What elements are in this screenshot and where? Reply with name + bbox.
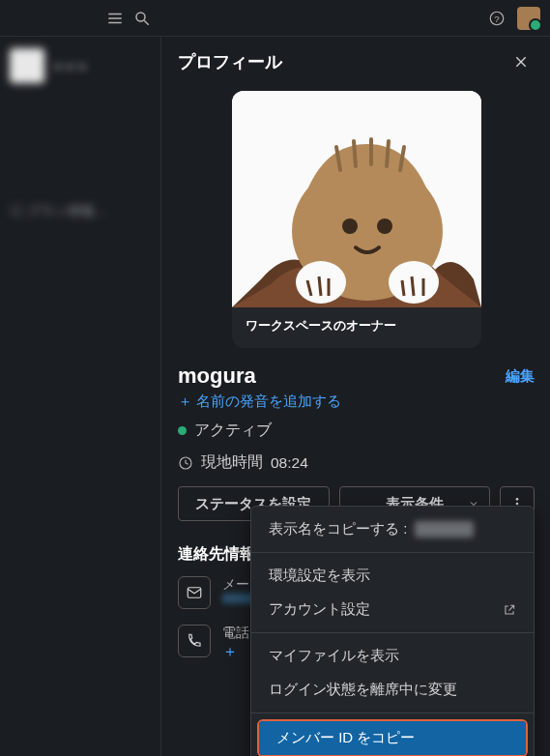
svg-point-14 xyxy=(516,503,519,506)
edit-link[interactable]: 編集 xyxy=(506,367,535,386)
menu-copy-member-id[interactable]: メンバー ID をコピー xyxy=(259,721,526,755)
svg-point-9 xyxy=(377,218,392,234)
menu-copy-display-name-label: 表示名をコピーする : xyxy=(269,520,407,538)
close-button[interactable] xyxy=(507,48,535,75)
phone-label: 電話 xyxy=(222,625,249,642)
display-name: mogura xyxy=(178,363,256,389)
svg-point-13 xyxy=(516,498,519,501)
phone-icon xyxy=(178,625,211,657)
highlighted-frame: メンバー ID をコピー xyxy=(257,719,528,756)
local-time-value: 08:24 xyxy=(271,454,308,472)
menu-account-settings-label: アカウント設定 xyxy=(269,600,370,619)
mogura-illustration xyxy=(232,91,481,307)
add-phone-link[interactable]: ＋ xyxy=(222,642,249,662)
menu-separator xyxy=(251,712,534,713)
add-pronunciation-link[interactable]: ＋ 名前の発音を追加する xyxy=(162,389,550,415)
svg-point-0 xyxy=(136,13,145,21)
sidebar-item[interactable]: ▧ プラン情報… xyxy=(0,191,160,232)
user-avatar-corner[interactable] xyxy=(517,7,540,30)
help-icon[interactable]: ? xyxy=(488,10,506,27)
avatar xyxy=(10,48,44,83)
menu-account-settings[interactable]: アカウント設定 xyxy=(251,593,534,626)
local-time-label: 現地時間 xyxy=(201,452,263,473)
avatar-card: ワークスペースのオーナー xyxy=(232,91,481,348)
sidebar-item-label: ● ● ● xyxy=(54,58,86,73)
sidebar-item[interactable]: ● ● ● xyxy=(0,37,160,95)
search-icon[interactable] xyxy=(133,10,151,27)
svg-point-8 xyxy=(342,218,358,234)
role-label: ワークスペースのオーナー xyxy=(232,307,481,336)
clock-icon xyxy=(178,455,193,471)
menu-my-files-label: マイファイルを表示 xyxy=(269,647,399,665)
sidebar-item-label: ▧ プラン情報… xyxy=(10,203,108,220)
svg-text:?: ? xyxy=(494,13,500,23)
menu-set-away-label: ログイン状態を離席中に変更 xyxy=(269,681,457,699)
presence-label: アクティブ xyxy=(194,421,272,441)
menu-copy-display-name[interactable]: 表示名をコピーする : name xyxy=(251,512,534,546)
menu-separator xyxy=(251,552,534,553)
pronunciation-label: 名前の発音を追加する xyxy=(196,393,341,411)
external-link-icon xyxy=(503,603,516,617)
menu-set-away[interactable]: ログイン状態を離席中に変更 xyxy=(251,673,534,707)
channel-sidebar: ● ● ● ▧ プラン情報… xyxy=(0,37,161,756)
plus-icon: ＋ xyxy=(178,393,192,411)
display-name-chip: name xyxy=(415,521,474,538)
panel-title: プロフィール xyxy=(178,50,282,73)
menu-separator xyxy=(251,632,534,633)
email-icon xyxy=(178,576,211,609)
presence-dot xyxy=(178,426,187,435)
svg-line-1 xyxy=(144,20,149,25)
menu-show-prefs[interactable]: 環境設定を表示 xyxy=(251,559,534,593)
menu-my-files[interactable]: マイファイルを表示 xyxy=(251,639,534,673)
menu-copy-member-id-label: メンバー ID をコピー xyxy=(276,729,415,747)
history-icon[interactable] xyxy=(106,10,124,27)
svg-rect-16 xyxy=(188,588,201,598)
profile-avatar[interactable] xyxy=(232,91,481,307)
more-menu: 表示名をコピーする : name 環境設定を表示 アカウント設定 マイファイルを… xyxy=(250,506,535,756)
menu-show-prefs-label: 環境設定を表示 xyxy=(269,567,370,585)
